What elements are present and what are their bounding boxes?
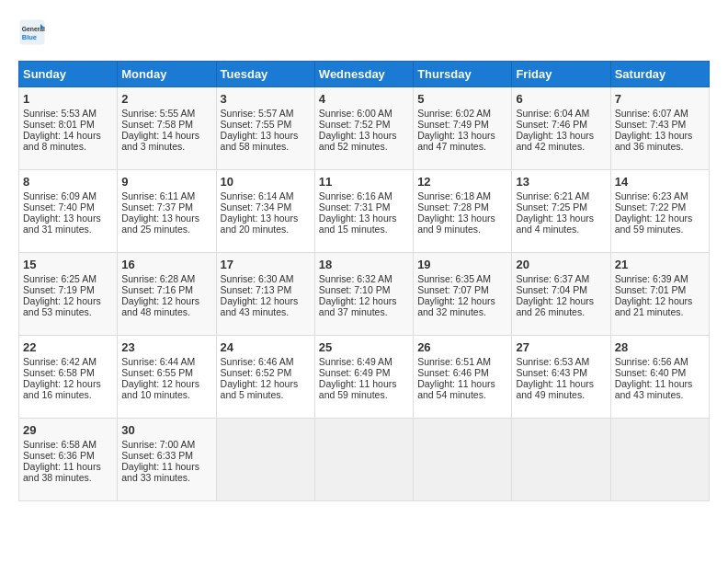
sunset-label: Sunset: 7:01 PM [615, 284, 705, 295]
daylight-label: Daylight: 13 hours and 52 minutes. [319, 130, 409, 152]
daylight-label: Daylight: 12 hours and 5 minutes. [221, 378, 311, 400]
sunset-label: Sunset: 8:01 PM [23, 119, 113, 130]
sunset-label: Sunset: 7:22 PM [615, 201, 705, 213]
day-number: 10 [221, 175, 311, 189]
col-header-tuesday: Tuesday [216, 62, 314, 87]
day-number: 2 [121, 92, 211, 106]
sunset-label: Sunset: 6:58 PM [23, 367, 113, 378]
day-number: 11 [319, 175, 409, 189]
daylight-label: Daylight: 11 hours and 54 minutes. [417, 378, 507, 400]
sunrise-label: Sunrise: 6:14 AM [221, 190, 311, 201]
day-number: 13 [516, 175, 606, 189]
sunrise-label: Sunrise: 6:42 AM [23, 356, 113, 367]
daylight-label: Daylight: 13 hours and 47 minutes. [417, 130, 507, 152]
day-number: 29 [23, 423, 113, 437]
day-number: 12 [417, 175, 507, 189]
sunset-label: Sunset: 7:07 PM [417, 284, 507, 295]
daylight-label: Daylight: 12 hours and 48 minutes. [121, 295, 211, 317]
sunset-label: Sunset: 7:25 PM [516, 201, 606, 213]
day-number: 8 [23, 175, 113, 189]
day-cell: 10 Sunrise: 6:14 AM Sunset: 7:34 PM Dayl… [216, 170, 314, 253]
day-number: 16 [121, 258, 211, 271]
sunrise-label: Sunrise: 6:18 AM [417, 190, 507, 201]
day-number: 25 [319, 340, 409, 354]
day-cell: 17 Sunrise: 6:30 AM Sunset: 7:13 PM Dayl… [216, 253, 314, 336]
day-cell: 18 Sunrise: 6:32 AM Sunset: 7:10 PM Dayl… [314, 253, 413, 336]
week-row-3: 15 Sunrise: 6:25 AM Sunset: 7:19 PM Dayl… [19, 253, 710, 336]
sunset-label: Sunset: 7:13 PM [221, 284, 311, 295]
svg-text:Blue: Blue [22, 33, 37, 41]
day-number: 6 [516, 92, 606, 106]
daylight-label: Daylight: 13 hours and 15 minutes. [319, 213, 409, 235]
sunset-label: Sunset: 6:43 PM [516, 367, 606, 378]
sunrise-label: Sunrise: 6:32 AM [319, 273, 409, 284]
sunset-label: Sunset: 7:28 PM [417, 201, 507, 213]
day-cell: 6 Sunrise: 6:04 AM Sunset: 7:46 PM Dayli… [512, 87, 610, 170]
daylight-label: Daylight: 13 hours and 4 minutes. [516, 213, 606, 235]
sunrise-label: Sunrise: 6:11 AM [121, 190, 211, 201]
sunset-label: Sunset: 7:58 PM [121, 119, 211, 130]
week-row-5: 29 Sunrise: 6:58 AM Sunset: 6:36 PM Dayl… [19, 419, 710, 501]
day-number: 20 [516, 258, 606, 271]
sunset-label: Sunset: 6:55 PM [121, 367, 211, 378]
daylight-label: Daylight: 13 hours and 42 minutes. [516, 130, 606, 152]
sunset-label: Sunset: 7:31 PM [319, 201, 409, 213]
daylight-label: Daylight: 12 hours and 16 minutes. [23, 378, 113, 400]
day-cell: 13 Sunrise: 6:21 AM Sunset: 7:25 PM Dayl… [512, 170, 610, 253]
sunset-label: Sunset: 6:46 PM [417, 367, 507, 378]
week-row-2: 8 Sunrise: 6:09 AM Sunset: 7:40 PM Dayli… [19, 170, 710, 253]
daylight-label: Daylight: 12 hours and 59 minutes. [615, 213, 705, 235]
day-number: 28 [615, 340, 705, 354]
sunrise-label: Sunrise: 6:23 AM [615, 190, 705, 201]
sunset-label: Sunset: 6:52 PM [221, 367, 311, 378]
daylight-label: Daylight: 11 hours and 49 minutes. [516, 378, 606, 400]
day-cell [610, 419, 709, 501]
sunrise-label: Sunrise: 6:09 AM [23, 190, 113, 201]
day-cell [512, 419, 610, 501]
day-number: 21 [615, 258, 705, 271]
sunrise-label: Sunrise: 6:39 AM [615, 273, 705, 284]
sunrise-label: Sunrise: 6:37 AM [516, 273, 606, 284]
daylight-label: Daylight: 13 hours and 58 minutes. [221, 130, 311, 152]
sunrise-label: Sunrise: 6:25 AM [23, 273, 113, 284]
col-header-monday: Monday [118, 62, 216, 87]
sunrise-label: Sunrise: 6:04 AM [516, 108, 606, 119]
day-cell: 24 Sunrise: 6:46 AM Sunset: 6:52 PM Dayl… [216, 336, 314, 419]
sunrise-label: Sunrise: 6:28 AM [121, 273, 211, 284]
day-cell: 26 Sunrise: 6:51 AM Sunset: 6:46 PM Dayl… [414, 336, 512, 419]
day-cell [216, 419, 314, 501]
sunrise-label: Sunrise: 6:44 AM [121, 356, 211, 367]
calendar-table: SundayMondayTuesdayWednesdayThursdayFrid… [18, 61, 710, 501]
day-cell: 14 Sunrise: 6:23 AM Sunset: 7:22 PM Dayl… [610, 170, 709, 253]
day-cell: 21 Sunrise: 6:39 AM Sunset: 7:01 PM Dayl… [610, 253, 709, 336]
col-header-thursday: Thursday [414, 62, 512, 87]
sunrise-label: Sunrise: 6:49 AM [319, 356, 409, 367]
day-number: 7 [615, 92, 705, 106]
week-row-1: 1 Sunrise: 5:53 AM Sunset: 8:01 PM Dayli… [19, 87, 710, 170]
sunset-label: Sunset: 7:43 PM [615, 119, 705, 130]
day-number: 4 [319, 92, 409, 106]
day-cell: 27 Sunrise: 6:53 AM Sunset: 6:43 PM Dayl… [512, 336, 610, 419]
day-cell: 7 Sunrise: 6:07 AM Sunset: 7:43 PM Dayli… [610, 87, 709, 170]
daylight-label: Daylight: 14 hours and 3 minutes. [121, 130, 211, 152]
sunset-label: Sunset: 7:55 PM [221, 119, 311, 130]
day-number: 22 [23, 340, 113, 354]
sunset-label: Sunset: 7:16 PM [121, 284, 211, 295]
day-cell: 9 Sunrise: 6:11 AM Sunset: 7:37 PM Dayli… [118, 170, 216, 253]
day-number: 23 [121, 340, 211, 354]
daylight-label: Daylight: 13 hours and 31 minutes. [23, 213, 113, 235]
sunset-label: Sunset: 7:10 PM [319, 284, 409, 295]
daylight-label: Daylight: 12 hours and 21 minutes. [615, 295, 705, 317]
sunset-label: Sunset: 7:40 PM [23, 201, 113, 213]
day-cell: 19 Sunrise: 6:35 AM Sunset: 7:07 PM Dayl… [414, 253, 512, 336]
sunrise-label: Sunrise: 6:56 AM [615, 356, 705, 367]
daylight-label: Daylight: 11 hours and 43 minutes. [615, 378, 705, 400]
sunrise-label: Sunrise: 6:00 AM [319, 108, 409, 119]
day-cell: 11 Sunrise: 6:16 AM Sunset: 7:31 PM Dayl… [314, 170, 413, 253]
col-header-wednesday: Wednesday [314, 62, 413, 87]
daylight-label: Daylight: 11 hours and 33 minutes. [121, 461, 211, 483]
day-cell: 1 Sunrise: 5:53 AM Sunset: 8:01 PM Dayli… [19, 87, 118, 170]
sunrise-label: Sunrise: 6:58 AM [23, 439, 113, 450]
day-cell [314, 419, 413, 501]
logo-icon: General Blue [18, 18, 46, 46]
